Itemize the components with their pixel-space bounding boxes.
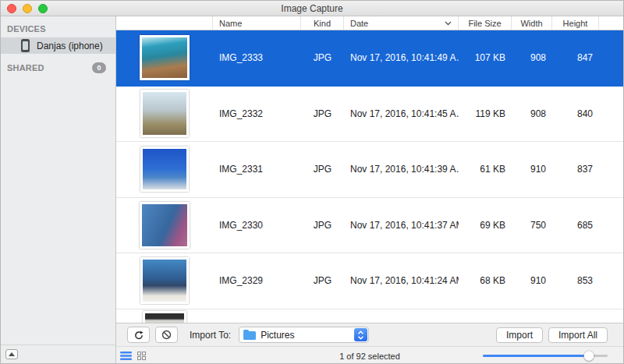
table-row[interactable]: IMG_2333 JPG Nov 17, 2016, 10:41:49 A… 1…: [116, 30, 623, 87]
cell-date: Nov 17, 2016, 10:41:24 AM: [344, 275, 459, 286]
cell-date: Nov 17, 2016, 10:41:37 AM: [344, 220, 459, 231]
cell-file-size: 68 KB: [459, 275, 512, 286]
thumbnail-size-slider[interactable]: [483, 351, 608, 361]
delete-button[interactable]: [155, 327, 178, 343]
cell-kind: JPG: [301, 164, 344, 175]
column-header-filler: [599, 16, 623, 30]
iphone-icon: [21, 39, 30, 52]
table-row[interactable]: IMG_2329 JPG Nov 17, 2016, 10:41:24 AM 6…: [116, 253, 623, 309]
cell-height: 853: [552, 275, 599, 286]
import-to-label: Import To:: [190, 330, 231, 341]
main-content: Name Kind Date File Size Width Height IM…: [116, 16, 623, 363]
photo-thumbnail: [140, 35, 190, 80]
cell-name: IMG_2331: [213, 164, 301, 175]
table-header: Name Kind Date File Size Width Height: [116, 16, 623, 30]
column-header-thumbnail: [116, 16, 213, 30]
photo-list: IMG_2333 JPG Nov 17, 2016, 10:41:49 A… 1…: [116, 30, 623, 323]
minimize-button[interactable]: [23, 4, 32, 13]
column-header-width[interactable]: Width: [512, 16, 552, 30]
cell-width: 910: [512, 164, 552, 175]
cell-date: Nov 17, 2016, 10:41:39 A…: [344, 164, 459, 175]
disclosure-triangle-icon: [9, 352, 15, 356]
photo-thumbnail-cell: [116, 309, 213, 323]
photo-thumbnail-cell: [116, 198, 213, 253]
cell-height: 685: [552, 220, 599, 231]
slider-fill: [483, 355, 589, 357]
rotate-icon: [133, 330, 144, 341]
cell-file-size: 61 KB: [459, 164, 512, 175]
device-name: Danjas (iphone): [37, 41, 103, 51]
cell-width: 908: [512, 108, 552, 119]
zoom-button[interactable]: [38, 4, 48, 13]
cell-width: 750: [512, 220, 552, 231]
grid-view-icon[interactable]: [137, 349, 146, 363]
select-stepper-icon: [354, 328, 367, 341]
table-row[interactable]: [116, 309, 623, 323]
title-bar: Image Capture: [1, 1, 623, 16]
photo-thumbnail: [143, 311, 186, 323]
slider-thumb[interactable]: [584, 351, 594, 361]
list-view-icon[interactable]: [120, 349, 132, 363]
shared-section-header-row: SHARED 0: [1, 54, 115, 73]
shared-count-badge: 0: [92, 62, 106, 73]
photo-thumbnail: [140, 90, 189, 137]
cell-height: 840: [552, 108, 599, 119]
cell-date: Nov 17, 2016, 10:41:49 A…: [344, 52, 459, 63]
bottom-toolbar: Import To: Pictures Import Import All: [116, 323, 623, 346]
table-row[interactable]: IMG_2331 JPG Nov 17, 2016, 10:41:39 A… 6…: [116, 142, 623, 198]
table-row[interactable]: IMG_2330 JPG Nov 17, 2016, 10:41:37 AM 6…: [116, 198, 623, 254]
cell-kind: JPG: [301, 275, 344, 286]
close-button[interactable]: [7, 4, 16, 13]
photo-thumbnail-cell: [116, 253, 213, 309]
cell-name: IMG_2330: [213, 220, 301, 231]
import-button[interactable]: Import: [496, 327, 543, 343]
traffic-lights: [7, 4, 48, 13]
window-title: Image Capture: [281, 3, 342, 14]
photo-thumbnail: [140, 147, 189, 192]
image-capture-window: Image Capture DEVICES Danjas (iphone) SH…: [0, 0, 624, 364]
cell-file-size: 119 KB: [459, 108, 512, 119]
cell-file-size: 107 KB: [459, 52, 512, 63]
sidebar-item-device[interactable]: Danjas (iphone): [1, 37, 115, 54]
cell-height: 837: [552, 164, 599, 175]
cell-kind: JPG: [301, 108, 344, 119]
destination-value: Pictures: [261, 330, 294, 341]
cell-kind: JPG: [301, 52, 344, 63]
cell-height: 847: [552, 52, 599, 63]
cell-kind: JPG: [301, 220, 344, 231]
cell-date: Nov 17, 2016, 10:41:45 A…: [344, 108, 459, 119]
rotate-button[interactable]: [127, 327, 150, 343]
cell-name: IMG_2332: [213, 108, 301, 119]
status-bar: 1 of 92 selected: [116, 346, 623, 364]
photo-thumbnail-cell: [116, 87, 213, 142]
folder-icon: [243, 331, 256, 340]
column-header-kind[interactable]: Kind: [301, 16, 344, 30]
table-row[interactable]: IMG_2332 JPG Nov 17, 2016, 10:41:45 A… 1…: [116, 87, 623, 143]
cell-file-size: 69 KB: [459, 220, 512, 231]
sort-chevron-down-icon: [445, 21, 452, 26]
photo-thumbnail-cell: [116, 30, 213, 86]
column-header-height[interactable]: Height: [552, 16, 599, 30]
cell-name: IMG_2333: [213, 52, 301, 63]
photo-thumbnail: [140, 257, 189, 304]
cell-width: 908: [512, 52, 552, 63]
device-settings-disclosure-button[interactable]: [5, 349, 18, 359]
import-all-button[interactable]: Import All: [548, 327, 608, 343]
cell-name: IMG_2329: [213, 275, 301, 286]
sidebar-footer: [1, 345, 115, 363]
cell-width: 910: [512, 275, 552, 286]
shared-section-header: SHARED: [7, 63, 44, 72]
column-header-file-size[interactable]: File Size: [459, 16, 512, 30]
sidebar: DEVICES Danjas (iphone) SHARED 0: [1, 16, 116, 363]
prohibit-icon: [161, 330, 172, 340]
column-header-name[interactable]: Name: [213, 16, 301, 30]
column-header-date[interactable]: Date: [344, 16, 459, 30]
import-destination-select[interactable]: Pictures: [239, 327, 369, 343]
photo-thumbnail: [140, 202, 190, 249]
devices-section-header: DEVICES: [1, 16, 115, 37]
photo-thumbnail-cell: [116, 142, 213, 197]
